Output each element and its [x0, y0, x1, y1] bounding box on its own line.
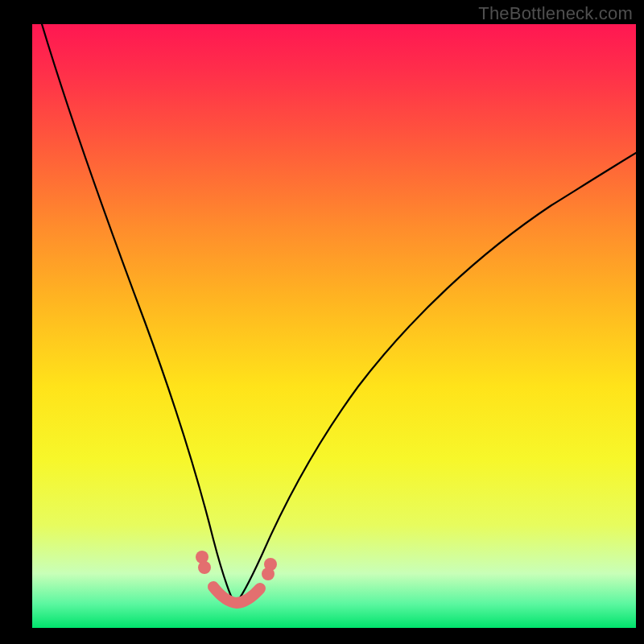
curve-right-branch	[235, 153, 636, 604]
chart-svg	[32, 24, 636, 628]
chart-stage: TheBottleneck.com	[0, 0, 644, 644]
marker-dot	[198, 561, 211, 574]
plot-area	[32, 24, 636, 628]
curve-left-branch	[42, 24, 235, 604]
watermark-text: TheBottleneck.com	[478, 3, 633, 24]
marker-chain	[213, 587, 260, 603]
marker-dot	[262, 568, 275, 580]
